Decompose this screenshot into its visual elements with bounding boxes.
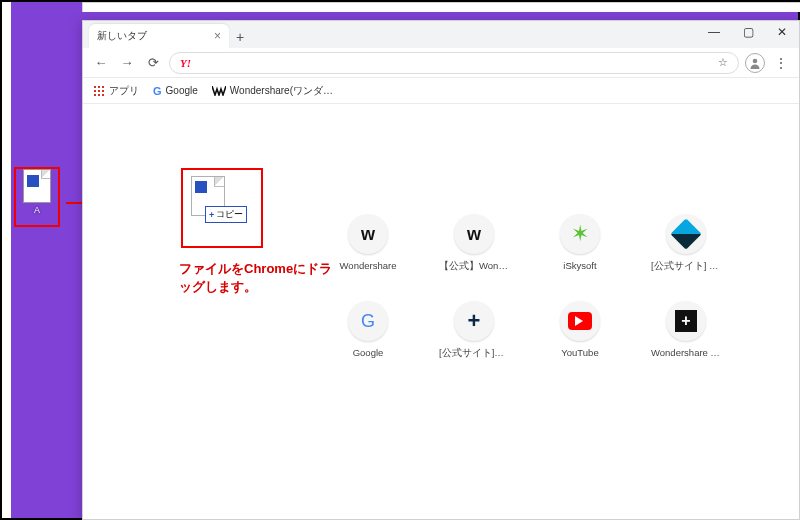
bookmark-wondershare-label: Wondershare(ワンダ… [230,84,333,98]
new-tab-button[interactable]: + [229,26,251,48]
apps-label: アプリ [109,84,139,98]
tile-icon: w [348,214,388,254]
google-g-icon: G [153,85,162,97]
tile-icon: G [348,301,388,341]
speed-dial-tile[interactable]: +[公式サイト]Dr… [439,301,509,360]
copy-badge: + コピー [205,206,247,223]
window-minimize-button[interactable]: — [697,21,731,43]
tab-active[interactable]: 新しいタブ × [89,24,229,48]
address-bar: ← → ⟳ Y! ☆ ⋮ [83,48,799,78]
svg-point-0 [753,58,758,63]
left-white-strip [2,2,11,518]
person-icon [749,57,761,69]
apps-shortcut[interactable]: アプリ [93,84,139,98]
wondershare-icon [212,86,226,96]
tab-title: 新しいタブ [97,29,214,43]
back-button[interactable]: ← [91,53,111,73]
page-content: + コピー ファイルをChromeにドラッグします。 wWondersharew… [83,104,799,519]
plus-icon: + [209,210,214,220]
bookmark-google[interactable]: G Google [153,85,198,97]
tile-icon [666,214,706,254]
file-icon [23,169,51,203]
speed-dial-grid: wWondersharew【公式】Wond…✶iSkysoft[公式サイト] デ… [333,214,723,360]
profile-avatar[interactable] [745,53,765,73]
instruction-text: ファイルをChromeにドラッグします。 [179,260,339,296]
tile-label: Google [333,347,403,358]
tile-icon [560,301,600,341]
tile-icon: w [454,214,494,254]
apps-grid-icon [93,85,105,97]
chrome-window: 新しいタブ × + — ▢ ✕ ← → ⟳ Y! ☆ ⋮ [82,20,800,520]
drop-target-annotation: + コピー [181,168,263,248]
partial-window-top [82,2,800,12]
tab-close-icon[interactable]: × [214,29,221,43]
tile-icon: ✶ [560,214,600,254]
tile-icon: + [454,301,494,341]
tile-label: YouTube [545,347,615,358]
bookmarks-bar: アプリ G Google Wondershare(ワンダ… [83,78,799,104]
tile-label: Wondershare T… [651,347,721,358]
search-engine-icon: Y! [180,57,191,69]
speed-dial-tile[interactable]: wWondershare [333,214,403,273]
speed-dial-tile[interactable]: GGoogle [333,301,403,360]
reload-button[interactable]: ⟳ [143,53,163,73]
bookmark-wondershare[interactable]: Wondershare(ワンダ… [212,84,333,98]
tile-label: [公式サイト]Dr… [439,347,509,360]
tile-icon: + [666,301,706,341]
speed-dial-tile[interactable]: w【公式】Wond… [439,214,509,273]
kebab-menu-icon[interactable]: ⋮ [771,55,791,71]
forward-button[interactable]: → [117,53,137,73]
bookmark-star-icon[interactable]: ☆ [718,56,728,69]
tile-label: Wondershare [333,260,403,271]
window-maximize-button[interactable]: ▢ [731,21,765,43]
speed-dial-tile[interactable]: [公式サイト] デ… [651,214,721,273]
window-close-button[interactable]: ✕ [765,21,799,43]
desktop-file[interactable]: A [14,167,60,227]
bookmark-google-label: Google [166,85,198,96]
tile-label: iSkysoft [545,260,615,271]
file-name: A [34,205,40,215]
speed-dial-tile[interactable]: +Wondershare T… [651,301,721,360]
copy-label: コピー [216,208,243,221]
titlebar: 新しいタブ × + — ▢ ✕ [83,21,799,48]
tile-label: 【公式】Wond… [439,260,509,273]
tile-label: [公式サイト] デ… [651,260,721,273]
speed-dial-tile[interactable]: YouTube [545,301,615,360]
speed-dial-tile[interactable]: ✶iSkysoft [545,214,615,273]
omnibox[interactable]: Y! ☆ [169,52,739,74]
